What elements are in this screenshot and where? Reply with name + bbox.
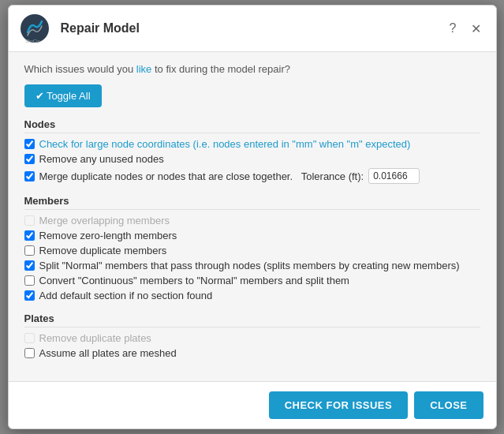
list-item: Check for large node coordinates (i.e. n… bbox=[24, 138, 480, 150]
list-item: Remove duplicate members bbox=[24, 245, 480, 256]
mem1-label[interactable]: Merge overlapping members bbox=[39, 215, 170, 226]
close-button[interactable]: CLOSE bbox=[414, 391, 483, 419]
members-section: Members Merge overlapping members Remove… bbox=[24, 195, 480, 301]
plate1-checkbox[interactable] bbox=[24, 333, 35, 343]
toggle-all-button[interactable]: ✔ Toggle All bbox=[24, 84, 102, 107]
dialog-body: Which issues would you like to fix durin… bbox=[9, 52, 496, 381]
list-item: Convert "Continuous" members to "Normal"… bbox=[24, 275, 480, 286]
list-item: Split "Normal" members that pass through… bbox=[24, 260, 480, 271]
header-icons: ? ✕ bbox=[446, 20, 485, 38]
logo-area: SkyCiv bbox=[20, 13, 53, 43]
dialog-close-button[interactable]: ✕ bbox=[467, 20, 485, 38]
mem6-text: Add default section if no section found bbox=[39, 290, 213, 301]
node3-checkbox[interactable] bbox=[24, 171, 35, 181]
skyciv-logo: SkyCiv bbox=[20, 13, 50, 43]
mem5-text: Convert "Continuous" members to "Normal"… bbox=[39, 275, 349, 286]
mem2-label[interactable]: Remove zero-length members bbox=[39, 230, 177, 241]
plate2-text: Assume all plates are meshed bbox=[39, 347, 177, 359]
mem4-text: Split "Normal" members that pass through… bbox=[39, 260, 460, 271]
nodes-section: Nodes Check for large node coordinates (… bbox=[24, 118, 480, 184]
node2-text: Remove any unused nodes bbox=[39, 153, 164, 165]
list-item: Add default section if no section found bbox=[24, 290, 480, 301]
list-item: Remove any unused nodes bbox=[24, 153, 480, 165]
plates-section: Plates Remove duplicate plates Assume al… bbox=[24, 312, 480, 359]
svg-text:SkyCiv: SkyCiv bbox=[25, 39, 40, 43]
mem4-checkbox[interactable] bbox=[24, 260, 35, 271]
mem2-checkbox[interactable] bbox=[24, 230, 35, 241]
node2-checkbox[interactable] bbox=[24, 154, 35, 164]
plate2-label[interactable]: Assume all plates are meshed bbox=[39, 347, 177, 359]
node1-checkbox[interactable] bbox=[24, 139, 35, 149]
dialog-footer: CHECK FOR ISSUES CLOSE bbox=[9, 381, 496, 428]
dialog-header: SkyCiv Repair Model ? ✕ bbox=[9, 6, 496, 52]
help-button[interactable]: ? bbox=[446, 20, 461, 37]
mem5-checkbox[interactable] bbox=[24, 275, 35, 286]
node1-label[interactable]: Check for large node coordinates (i.e. n… bbox=[39, 138, 411, 150]
plate1-label[interactable]: Remove duplicate plates bbox=[39, 332, 151, 344]
mem5-label[interactable]: Convert "Continuous" members to "Normal"… bbox=[39, 275, 349, 286]
members-section-title: Members bbox=[24, 195, 480, 210]
list-item: Merge duplicate nodes or nodes that are … bbox=[24, 168, 480, 184]
mem2-text: Remove zero-length members bbox=[39, 230, 177, 241]
tolerance-input[interactable] bbox=[368, 168, 420, 184]
plate2-checkbox[interactable] bbox=[24, 348, 35, 358]
plates-section-title: Plates bbox=[24, 312, 480, 327]
mem1-text: Merge overlapping members bbox=[39, 215, 170, 226]
node3-label[interactable]: Merge duplicate nodes or nodes that are … bbox=[39, 168, 420, 184]
mem3-label[interactable]: Remove duplicate members bbox=[39, 245, 167, 256]
list-item: Merge overlapping members bbox=[24, 215, 480, 226]
list-item: Remove duplicate plates bbox=[24, 332, 480, 344]
mem4-label[interactable]: Split "Normal" members that pass through… bbox=[39, 260, 460, 271]
node1-text: Check for large node coordinates (i.e. n… bbox=[39, 138, 411, 150]
mem1-checkbox[interactable] bbox=[24, 215, 35, 226]
plate1-text: Remove duplicate plates bbox=[39, 332, 151, 344]
repair-model-dialog: SkyCiv Repair Model ? ✕ Which issues wou… bbox=[8, 5, 497, 429]
mem6-checkbox[interactable] bbox=[24, 290, 35, 301]
list-item: Assume all plates are meshed bbox=[24, 347, 480, 359]
nodes-section-title: Nodes bbox=[24, 118, 480, 133]
mem3-text: Remove duplicate members bbox=[39, 245, 167, 256]
node2-label[interactable]: Remove any unused nodes bbox=[39, 153, 164, 165]
dialog-title: Repair Model bbox=[61, 21, 446, 36]
mem3-checkbox[interactable] bbox=[24, 245, 35, 256]
list-item: Remove zero-length members bbox=[24, 230, 480, 241]
mem6-label[interactable]: Add default section if no section found bbox=[39, 290, 213, 301]
node3-text: Merge duplicate nodes or nodes that are … bbox=[39, 170, 364, 182]
check-for-issues-button[interactable]: CHECK FOR ISSUES bbox=[269, 391, 409, 419]
intro-link[interactable]: like bbox=[136, 63, 152, 75]
intro-text: Which issues would you like to fix durin… bbox=[24, 63, 480, 75]
